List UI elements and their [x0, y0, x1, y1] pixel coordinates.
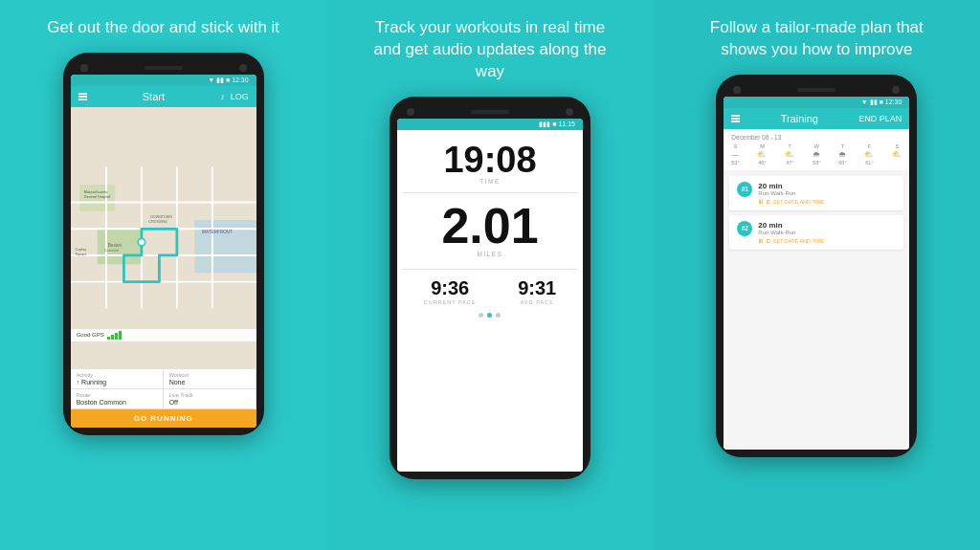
panel-workout: Track your workouts in real time and get…: [326, 0, 653, 550]
map-area[interactable]: Boston Common DOWNTOWN CROSSING Massachu…: [71, 107, 256, 368]
weather-day-s1: S — 53°: [731, 143, 739, 165]
gps-label: Good GPS: [77, 332, 104, 338]
info-cell-livetrack: Live Track Off: [164, 389, 256, 409]
status-right-2: ▮▮▮ ■ 11:15: [539, 121, 575, 128]
training-duration-2: 20 min: [758, 221, 896, 230]
svg-rect-1: [194, 220, 256, 273]
training-screen: December 06 - 13 S — 53° M ⛅ 40°: [724, 129, 909, 450]
current-pace-label: CURRENT PACE: [424, 299, 477, 305]
svg-text:Square: Square: [75, 253, 86, 256]
go-running-button[interactable]: GO RUNNING: [71, 409, 256, 428]
training-schedule-1[interactable]: 🗓 🗓 SET DATE AND TIME: [758, 199, 896, 205]
speaker-2: [471, 110, 509, 114]
training-item-1: #1 20 min Run-Walk-Run 🗓 🗓 SET DATE AND …: [729, 176, 903, 210]
weather-icon-t2: 🌧: [838, 150, 846, 159]
music-icon[interactable]: ♪: [220, 92, 225, 101]
avg-pace-label: AVG PACE: [521, 299, 554, 305]
weather-icon-m: ⛅: [757, 150, 767, 159]
temp-w: 53°: [813, 160, 820, 165]
front-camera-1: [80, 64, 88, 72]
weather-icon-t1: ⛅: [785, 150, 794, 159]
app-bar-title-3: Training: [781, 113, 818, 124]
svg-text:DOWNTOWN: DOWNTOWN: [150, 215, 172, 219]
panel-3-title: Follow a tailor-made plan that shows you…: [692, 17, 941, 61]
weather-day-w: W 🌧 53°: [813, 143, 820, 165]
hamburger-icon-1[interactable]: [78, 93, 87, 100]
day-label-t1: T: [789, 143, 791, 149]
day-label-s1: S: [734, 143, 738, 149]
workout-distance: 2.01: [441, 201, 538, 251]
avg-pace-value: 9:31: [518, 277, 556, 299]
app-bar-1: Start ♪ LOG: [71, 86, 256, 107]
log-button[interactable]: LOG: [231, 92, 249, 101]
front-camera-right-2: [566, 108, 573, 116]
svg-text:WATERFRONT: WATERFRONT: [201, 230, 232, 234]
workout-time: 19:08: [443, 142, 536, 178]
weather-day-t2: T 🌧 60°: [838, 143, 846, 165]
training-item-2: #2 20 min Run-Walk-Run 🗓 🗓 SET DATE AND …: [729, 215, 903, 250]
day-label-s2: S: [895, 143, 899, 149]
phone-notch-1: [71, 60, 256, 75]
app-bar-title-1: Start: [143, 91, 165, 102]
status-right-3: ▼ ▮▮ ■ 12:30: [861, 99, 902, 106]
phone-screen-2: ▮▮▮ ■ 11:15 19:08 TIME 2.01 MILES 9:36 C…: [397, 119, 583, 472]
activity-value: ↑ Running: [77, 379, 157, 385]
divider-1: [403, 192, 577, 193]
training-info-2: 20 min Run-Walk-Run 🗓 🗓 SET DATE AND TIM…: [758, 221, 896, 244]
svg-text:Copley: Copley: [75, 248, 86, 252]
speaker-1: [145, 66, 183, 70]
livetrack-label: Live Track: [169, 392, 250, 398]
app-bar-3: Training END PLAN: [724, 108, 909, 129]
weather-icon-f: ⛅: [864, 150, 874, 159]
phone-frame-3: ▼ ▮▮ ■ 12:30 Training END PLAN December …: [716, 75, 917, 457]
training-duration-1: 20 min: [758, 182, 896, 190]
temp-t1: 47°: [786, 160, 793, 165]
temp-s1: 53°: [731, 160, 739, 165]
phone-notch-3: [724, 82, 909, 97]
svg-text:CROSSING: CROSSING: [148, 220, 167, 224]
weather-icon-w: 🌧: [813, 150, 820, 159]
schedule-text-1: 🗓 SET DATE AND TIME: [766, 199, 824, 205]
weather-days: S — 53° M ⛅ 40° T ⛅ 47°: [731, 143, 902, 165]
weather-day-f: F ⛅ 61°: [864, 143, 874, 165]
info-cell-workout: Workout None: [164, 369, 256, 389]
status-right-1: ▼ ▮▮ ■ 12:30: [208, 77, 249, 84]
schedule-text-2: 🗓 SET DATE AND TIME: [766, 238, 824, 244]
phone-screen-3: ▼ ▮▮ ■ 12:30 Training END PLAN December …: [724, 97, 909, 450]
weather-day-m: M ⛅ 40°: [757, 143, 767, 165]
info-grid: Activity ↑ Running Workout None Route Bo…: [71, 368, 256, 409]
weather-day-s2: S ⛅: [892, 143, 902, 165]
info-cell-activity: Activity ↑ Running: [71, 369, 164, 389]
svg-text:Common: Common: [104, 249, 119, 253]
svg-text:Boston: Boston: [107, 243, 122, 248]
phone-notch-2: [397, 104, 583, 119]
current-pace-value: 9:36: [431, 277, 469, 299]
training-type-1: Run-Walk-Run: [758, 190, 896, 196]
panel-1-title: Get out the door and stick with it: [47, 17, 279, 39]
calendar-icon-1: 🗓: [758, 199, 764, 205]
status-bar-3: ▼ ▮▮ ■ 12:30: [724, 97, 909, 108]
svg-text:Massachusetts: Massachusetts: [84, 190, 108, 194]
day-label-f: F: [868, 143, 871, 149]
day-label-t2: T: [841, 143, 844, 149]
training-schedule-2[interactable]: 🗓 🗓 SET DATE AND TIME: [758, 238, 896, 244]
front-camera-right-3: [892, 86, 900, 94]
hamburger-icon-3[interactable]: [731, 115, 740, 122]
svg-text:General Hospital: General Hospital: [84, 195, 111, 199]
temp-t2: 60°: [838, 160, 846, 165]
front-camera-3: [733, 86, 741, 94]
panel-map: Get out the door and stick with it ▼ ▮▮ …: [0, 0, 326, 550]
end-plan-button[interactable]: END PLAN: [858, 114, 902, 123]
status-bar-1: ▼ ▮▮ ■ 12:30: [71, 75, 256, 86]
divider-2: [403, 269, 577, 270]
temp-f: 61°: [865, 160, 873, 165]
gps-bar: Good GPS: [71, 329, 256, 341]
dot-3: [496, 313, 501, 318]
workout-distance-label: MILES: [477, 251, 502, 257]
avg-pace-col: 9:31 AVG PACE: [518, 277, 556, 305]
app-bar-icons-1: ♪ LOG: [220, 92, 249, 101]
activity-label: Activity: [77, 372, 157, 378]
route-label: Route: [77, 392, 157, 398]
workout-value: None: [169, 379, 250, 385]
calendar-icon-2: 🗓: [758, 238, 764, 244]
